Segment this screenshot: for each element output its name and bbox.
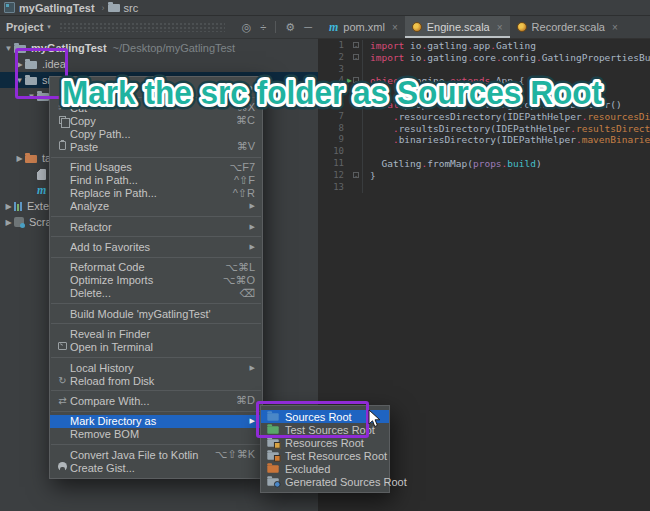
code-line: 3 [318, 64, 650, 76]
chevron-collapsed-icon[interactable]: ▶ [14, 154, 25, 163]
run-icon[interactable]: ▶ [347, 76, 352, 86]
folder-icon [108, 4, 120, 12]
line-number: 10 [318, 146, 344, 158]
tab-label: Engine.scala [427, 21, 490, 33]
breadcrumb-project[interactable]: myGatlingTest [19, 2, 95, 14]
tab-engine-scala[interactable]: Engine.scala× [405, 16, 510, 38]
menu-item-label: Compare With... [70, 395, 220, 407]
chevron-expanded-icon[interactable]: ▼ [3, 44, 14, 53]
menu-item-add-to-favorites[interactable]: Add to Favorites▶ [50, 241, 262, 254]
code-view[interactable]: 1-import io.gatling.app.Gatling2-import … [318, 40, 650, 193]
menu-item-optimize-imports[interactable]: Optimize Imports⌥⌘O [50, 274, 262, 287]
code-line: 13 [318, 182, 650, 194]
menu-item-build-module-mygatlingtest[interactable]: Build Module 'myGatlingTest' [50, 307, 262, 320]
submenu-item-test-resources-root[interactable]: Test Resources Root [261, 449, 389, 462]
chevron-collapsed-icon[interactable]: ▶ [3, 202, 14, 211]
submenu-item-label: Generated Sources Root [285, 476, 407, 488]
tab-close-icon[interactable]: × [497, 22, 503, 33]
chevron-expanded-icon[interactable]: ▼ [14, 76, 25, 85]
scala-icon [412, 22, 422, 32]
menu-item-reload-from-disk[interactable]: ↻Reload from Disk [50, 374, 262, 387]
menu-item-reveal-in-finder[interactable]: Reveal in Finder [50, 328, 262, 341]
menu-item-find-usages[interactable]: Find Usages⌥F7 [50, 161, 262, 174]
menu-item-replace-in-path[interactable]: Replace in Path...^⇧R [50, 187, 262, 200]
gutter: - [344, 99, 363, 111]
submenu-item-excluded[interactable]: Excluded [261, 462, 389, 475]
menu-item-label: Remove BOM [70, 428, 255, 440]
breadcrumb: myGatlingTest › src [0, 0, 650, 16]
resources-folder-icon [267, 439, 278, 447]
mark-directory-submenu: Sources RootTest Sources RootResources R… [260, 405, 390, 493]
menu-item-analyze[interactable]: Analyze▶ [50, 200, 262, 213]
submenu-arrow-icon: ▶ [250, 243, 255, 251]
code-line: 1-import io.gatling.app.Gatling [318, 40, 650, 52]
menu-item-reformat-code[interactable]: Reformat Code⌥⌘L [50, 261, 262, 274]
locate-icon[interactable]: ◎ [242, 21, 252, 34]
menu-item-label: Reformat Code [70, 261, 209, 273]
test-resources-folder-icon [267, 452, 278, 460]
tab-recorder-scala[interactable]: Recorder.scala× [510, 16, 625, 38]
chevron-collapsed-icon[interactable]: ▶ [3, 218, 14, 227]
tab-close-icon[interactable]: × [612, 22, 618, 33]
menu-item-mark-directory-as[interactable]: Mark Directory as▶ [50, 415, 262, 428]
hide-panel-icon[interactable]: ─ [304, 21, 312, 33]
menu-item-local-history[interactable]: Local History▶ [50, 361, 262, 374]
menu-separator [51, 216, 261, 217]
test-sources-folder-icon [267, 426, 278, 434]
collapse-all-icon[interactable]: ÷ [260, 21, 266, 33]
menu-item-copy[interactable]: Copy⌘C [50, 114, 262, 127]
project-panel-title[interactable]: Project▾ [6, 21, 51, 33]
menu-item-new[interactable]: New▶ [50, 81, 262, 94]
code-text: .resultsDirectory(IDEPathHelper.resultsD… [370, 123, 650, 135]
menu-item-copy-path[interactable]: Copy Path... [50, 127, 262, 140]
folder-icon [25, 77, 37, 85]
fold-icon[interactable]: - [353, 101, 359, 107]
breadcrumb-folder[interactable]: src [124, 2, 139, 14]
menu-item-label: Mark Directory as [70, 415, 240, 427]
menu-item-delete[interactable]: Delete...⌫ [50, 287, 262, 300]
fold-icon[interactable]: - [353, 42, 359, 48]
submenu-item-test-sources-root[interactable]: Test Sources Root [261, 423, 389, 436]
fold-icon[interactable]: - [353, 172, 359, 178]
fold-icon[interactable]: - [353, 54, 359, 60]
menu-item-convert-java-file-to-kotlin-file[interactable]: Convert Java File to Kotlin File⌥⇧⌘K [50, 448, 262, 461]
menu-item-create-gist[interactable]: Create Gist... [50, 461, 262, 474]
submenu-item-generated-sources-root[interactable]: Generated Sources Root [261, 475, 389, 488]
line-number: 3 [318, 64, 344, 76]
menu-item-refactor[interactable]: Refactor▶ [50, 220, 262, 233]
github-icon [55, 462, 70, 473]
settings-gear-icon[interactable]: ⚙ [285, 21, 295, 34]
chevron-down-icon: ▾ [47, 23, 51, 31]
menu-item-paste[interactable]: Paste⌘V [50, 140, 262, 153]
submenu-item-resources-root[interactable]: Resources Root [261, 436, 389, 449]
menu-item-label: Add to Favorites [70, 241, 240, 253]
menu-item-open-in-terminal[interactable]: Open in Terminal [50, 341, 262, 354]
fold-icon[interactable]: - [353, 77, 359, 83]
code-text: } [370, 170, 376, 182]
chevron-expanded-icon[interactable]: ▼ [26, 92, 37, 101]
menu-item-remove-bom[interactable]: Remove BOM [50, 428, 262, 441]
tab-pom-xml[interactable]: mpom.xml× [322, 16, 405, 38]
maven-icon: m [37, 186, 46, 194]
tree-item[interactable]: ▶.idea [0, 56, 318, 72]
editor-tabs: mpom.xml×Engine.scala×Recorder.scala× [318, 16, 650, 39]
menu-item-label: Convert Java File to Kotlin File [70, 449, 199, 461]
menu-item-compare-with[interactable]: ⇄Compare With...⌘D [50, 394, 262, 407]
tab-close-icon[interactable]: × [392, 22, 398, 33]
submenu-arrow-icon: ▶ [250, 202, 255, 210]
menu-item-label: New [70, 82, 240, 94]
menu-item-cut[interactable]: ✂Cut⌘X [50, 101, 262, 114]
menu-shortcut: ⌘D [236, 394, 255, 407]
menu-item-label: Local History [70, 362, 240, 374]
menu-item-label: Find in Path... [70, 174, 218, 186]
code-line: 7 .resourcesDirectory(IDEPathHelper.reso… [318, 111, 650, 123]
external-libraries-icon [14, 201, 22, 211]
chevron-collapsed-icon[interactable]: ▶ [14, 60, 25, 69]
menu-shortcut: ⌥⌘O [223, 274, 255, 287]
maven-icon: m [329, 23, 338, 31]
submenu-item-sources-root[interactable]: Sources Root [261, 410, 389, 423]
menu-item-label: Open in Terminal [70, 341, 255, 353]
code-line: 2-import io.gatling.core.config.GatlingP… [318, 52, 650, 64]
menu-item-find-in-path[interactable]: Find in Path...^⇧F [50, 174, 262, 187]
tree-root-row[interactable]: ▼ myGatlingTest ~/Desktop/myGatlingTest [0, 40, 318, 56]
